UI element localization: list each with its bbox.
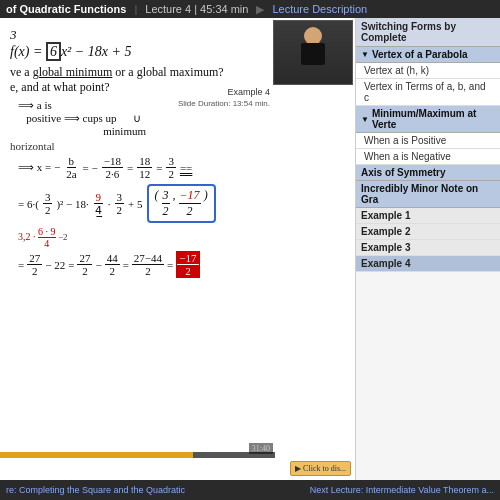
sidebar-item-negative[interactable]: When a is Negative xyxy=(356,149,500,165)
separator: | xyxy=(134,3,137,15)
top-bar: of Quadratic Functions | Lecture 4 | 45:… xyxy=(0,0,500,18)
sidebar-section-vertex[interactable]: ▼ Vertex of a Parabola xyxy=(356,47,500,63)
prev-lecture-link[interactable]: re: Completing the Square and the Quadra… xyxy=(6,485,185,495)
video-section: 3 f(x) = 6x² − 18x + 5 ve a global minim… xyxy=(0,18,355,480)
bottom-bar: re: Completing the Square and the Quadra… xyxy=(0,480,500,500)
calc-line1: = 27 2 − 22 = 27 2 − 44 2 xyxy=(18,251,345,278)
sidebar-header: Switching Forms by Complete xyxy=(356,18,500,47)
sidebar-item-positive[interactable]: When a is Positive xyxy=(356,133,500,149)
next-lecture-link[interactable]: Next Lecture: Intermediate Value Theorem… xyxy=(310,485,494,495)
page-title: of Quadratic Functions xyxy=(6,3,126,15)
sidebar-section-note[interactable]: Incredibly Minor Note on Gra xyxy=(356,181,500,208)
sidebar-item-vertex-abc[interactable]: Vertex in Terms of a, b, and c xyxy=(356,79,500,106)
sidebar-item-vertex-hk[interactable]: Vertex at (h, k) xyxy=(356,63,500,79)
red-fraction: 3,2 · 6 · 9 4 −2 xyxy=(18,226,345,249)
example-label: Example 4 xyxy=(224,86,273,98)
instructor-name: Vincent Selhors xyxy=(274,84,352,85)
substitution-line: = 6·( 3 2 )² − 18· 9 4̲ · 3 2 + xyxy=(18,184,345,223)
x-formula: ⟹ x = − b 2a = − −18 2·6 = 18 12 xyxy=(18,155,345,180)
lecture-description-link[interactable]: Lecture Description xyxy=(272,3,367,15)
progress-fill xyxy=(0,452,193,458)
chevron-down-icon: ▼ xyxy=(361,50,369,59)
chevron-down-icon2: ▼ xyxy=(361,115,369,124)
sidebar-section-minmax[interactable]: ▼ Minimum/Maximum at Verte xyxy=(356,106,500,133)
lecture-info: Lecture 4 | 45:34 min xyxy=(145,3,248,15)
instructor-video: Vincent Selhors xyxy=(273,20,353,85)
sidebar-example-3[interactable]: Example 3 xyxy=(356,240,500,256)
math-content: 3 f(x) = 6x² − 18x + 5 ve a global minim… xyxy=(0,18,355,480)
click-to-dismiss-button[interactable]: ▶ Click to dis... xyxy=(290,461,351,476)
separator2: ▶ xyxy=(256,3,264,16)
sidebar-example-4[interactable]: Example 4 xyxy=(356,256,500,272)
time-display: 31:40 xyxy=(249,443,273,454)
slide-duration: Slide Duration: 13:54 min. xyxy=(175,98,273,109)
progress-bar[interactable] xyxy=(0,452,275,458)
sidebar: Switching Forms by Complete ▼ Vertex of … xyxy=(355,18,500,480)
sidebar-example-1[interactable]: Example 1 xyxy=(356,208,500,224)
sidebar-section-axis[interactable]: Axis of Symmetry xyxy=(356,165,500,181)
sidebar-example-2[interactable]: Example 2 xyxy=(356,224,500,240)
label-horizontal: horizontal xyxy=(10,140,345,152)
lecture-content: 3 f(x) = 6x² − 18x + 5 ve a global minim… xyxy=(0,18,355,480)
